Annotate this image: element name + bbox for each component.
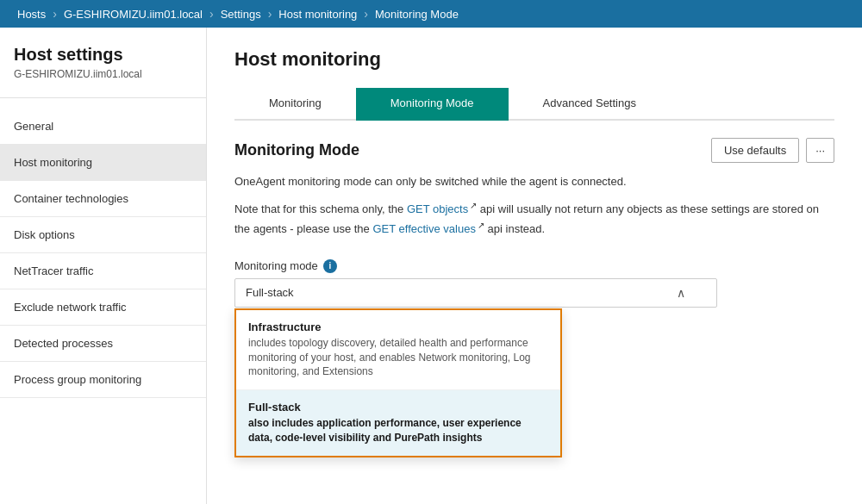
section-title: Monitoring Mode bbox=[234, 141, 359, 159]
breadcrumb: Hosts › G-ESHIROMIZU.iim01.local › Setti… bbox=[0, 0, 862, 28]
section-note: Note that for this schema only, the GET … bbox=[234, 199, 834, 239]
sidebar-title: Host settings bbox=[14, 45, 192, 65]
breadcrumb-sep-3: › bbox=[268, 7, 272, 21]
monitoring-mode-select-wrapper: Full-stack ∧ Infrastructure includes top… bbox=[234, 278, 717, 308]
sidebar-item-exclude-network-traffic[interactable]: Exclude network traffic bbox=[0, 289, 206, 326]
sidebar: Host settings G-ESHIROMIZU.iim01.local G… bbox=[0, 28, 207, 504]
breadcrumb-monitoring-mode[interactable]: Monitoring Mode bbox=[372, 8, 462, 21]
dropdown-item-infrastructure[interactable]: Infrastructure includes topology discove… bbox=[236, 310, 560, 390]
sidebar-subtitle: G-ESHIROMIZU.iim01.local bbox=[14, 68, 192, 80]
field-label: Monitoring mode i bbox=[234, 259, 834, 273]
sidebar-item-general[interactable]: General bbox=[0, 109, 206, 145]
dropdown-item-infrastructure-desc: includes topology discovery, detailed he… bbox=[248, 336, 548, 379]
sidebar-item-detected-processes[interactable]: Detected processes bbox=[0, 326, 206, 362]
info-icon[interactable]: i bbox=[323, 259, 337, 273]
sidebar-item-disk-options[interactable]: Disk options bbox=[0, 217, 206, 253]
get-objects-link[interactable]: GET objects bbox=[407, 202, 468, 215]
tab-advanced-settings[interactable]: Advanced Settings bbox=[509, 88, 671, 121]
main-content: Host monitoring Monitoring Monitoring Mo… bbox=[207, 28, 862, 504]
tab-monitoring-mode[interactable]: Monitoring Mode bbox=[356, 88, 509, 121]
tab-monitoring[interactable]: Monitoring bbox=[234, 88, 356, 121]
breadcrumb-host[interactable]: G-ESHIROMIZU.iim01.local bbox=[60, 8, 206, 21]
dropdown-item-fullstack-title: Full-stack bbox=[248, 401, 548, 414]
chevron-up-icon: ∧ bbox=[677, 286, 685, 300]
breadcrumb-sep-1: › bbox=[53, 7, 57, 21]
monitoring-mode-dropdown: Infrastructure includes topology discove… bbox=[234, 308, 562, 457]
page-title: Host monitoring bbox=[234, 48, 834, 71]
sidebar-header: Host settings G-ESHIROMIZU.iim01.local bbox=[0, 28, 206, 87]
get-effective-values-link[interactable]: GET effective values bbox=[372, 222, 475, 235]
more-options-button[interactable]: ··· bbox=[806, 138, 834, 163]
sidebar-item-process-group-monitoring[interactable]: Process group monitoring bbox=[0, 362, 206, 398]
sidebar-item-container-technologies[interactable]: Container technologies bbox=[0, 181, 206, 217]
note-post: api instead. bbox=[484, 222, 545, 235]
breadcrumb-hosts[interactable]: Hosts bbox=[14, 8, 49, 21]
section-header-row: Monitoring Mode Use defaults ··· bbox=[234, 141, 834, 166]
dropdown-item-fullstack-desc: also includes application performance, u… bbox=[248, 416, 548, 445]
action-buttons: Use defaults ··· bbox=[711, 138, 834, 163]
section-description: OneAgent monitoring mode can only be swi… bbox=[234, 173, 834, 190]
external-icon-2: ↗ bbox=[478, 221, 484, 230]
field-label-text: Monitoring mode bbox=[234, 259, 318, 272]
dropdown-item-fullstack[interactable]: Full-stack also includes application per… bbox=[236, 390, 560, 456]
sidebar-item-nettracer-traffic[interactable]: NetTracer traffic bbox=[0, 253, 206, 289]
main-layout: Host settings G-ESHIROMIZU.iim01.local G… bbox=[0, 28, 862, 504]
breadcrumb-host-monitoring[interactable]: Host monitoring bbox=[275, 8, 360, 21]
sidebar-item-host-monitoring[interactable]: Host monitoring bbox=[0, 145, 206, 181]
note-pre: Note that for this schema only, the bbox=[234, 202, 407, 215]
breadcrumb-sep-2: › bbox=[209, 7, 214, 21]
select-value: Full-stack bbox=[246, 286, 294, 299]
breadcrumb-sep-4: › bbox=[364, 7, 368, 21]
breadcrumb-settings[interactable]: Settings bbox=[217, 8, 265, 21]
use-defaults-button[interactable]: Use defaults bbox=[711, 138, 799, 163]
dropdown-item-infrastructure-title: Infrastructure bbox=[248, 320, 548, 333]
sidebar-divider bbox=[0, 97, 206, 98]
monitoring-mode-select[interactable]: Full-stack ∧ bbox=[234, 278, 717, 308]
tabs-bar: Monitoring Monitoring Mode Advanced Sett… bbox=[234, 88, 834, 121]
